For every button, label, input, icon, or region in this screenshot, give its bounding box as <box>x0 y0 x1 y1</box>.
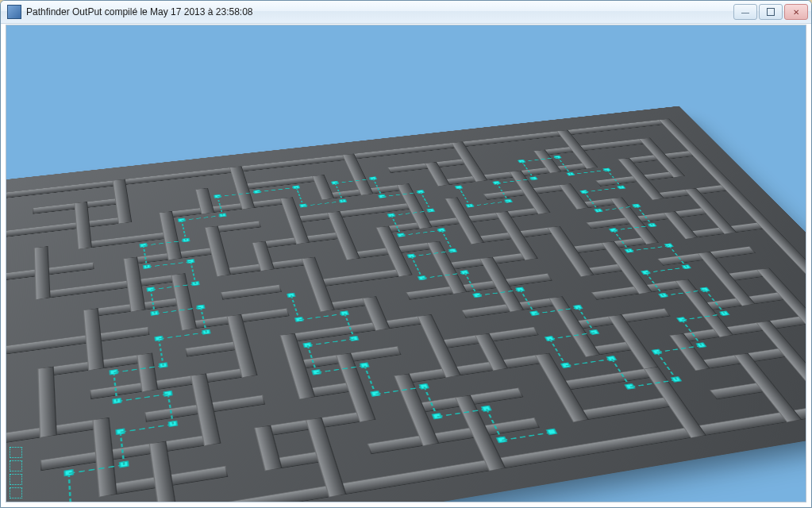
maze-wall <box>190 373 221 445</box>
maze-wall <box>733 353 802 422</box>
maze-wall <box>607 314 664 378</box>
maze-wall <box>226 314 257 378</box>
maze-wall <box>335 353 375 422</box>
corner-icons <box>10 447 22 498</box>
maze-wall <box>550 367 664 392</box>
debug-icon[interactable] <box>10 474 22 485</box>
debug-icon[interactable] <box>10 447 22 458</box>
maze-wall <box>144 395 265 422</box>
maze-wall <box>262 449 335 471</box>
maze-wall <box>406 387 523 414</box>
close-button[interactable]: ✕ <box>784 4 808 20</box>
maze-wall <box>254 410 375 437</box>
maze-wall <box>710 381 778 400</box>
viewport[interactable] <box>6 25 806 502</box>
maze-wall <box>148 441 179 502</box>
maze-wall <box>296 380 364 399</box>
maze-wall <box>580 340 645 357</box>
minimize-button[interactable]: — <box>733 4 757 20</box>
maze-wall <box>564 308 670 330</box>
window-title: Pathfinder OutPut compilé le May 17 2013… <box>26 6 733 17</box>
maze-wall <box>534 353 588 422</box>
maze-wall <box>367 418 539 454</box>
maximize-button[interactable] <box>759 4 783 20</box>
maze-wall <box>179 308 289 330</box>
title-bar[interactable]: Pathfinder OutPut compilé le May 17 2013… <box>1 1 811 24</box>
debug-icon[interactable] <box>10 487 22 498</box>
maze-wall <box>693 291 796 312</box>
maze-wall <box>669 333 710 371</box>
maze-wall <box>6 327 149 357</box>
maze-wall <box>756 321 806 385</box>
maze-wall <box>669 314 806 344</box>
maze-wall <box>40 433 221 471</box>
maze-wall <box>567 395 684 422</box>
maze-wall <box>185 340 250 357</box>
window-controls: — ✕ <box>733 4 808 20</box>
maze-wall <box>220 285 281 300</box>
maze-wall <box>254 425 282 471</box>
maze-wall <box>643 367 706 438</box>
maze-wall <box>37 367 56 438</box>
maze-wall <box>279 333 315 399</box>
maze-wall <box>305 418 346 498</box>
maze-wall <box>317 296 379 312</box>
maze-wall <box>92 418 117 498</box>
app-window: Pathfinder OutPut compilé le May 17 2013… <box>0 0 812 508</box>
maze-wall <box>474 333 507 371</box>
maze-wall <box>688 346 799 371</box>
maze-wall <box>98 466 228 498</box>
app-icon <box>7 5 21 19</box>
maze-wall <box>6 418 110 446</box>
maze-wall <box>801 360 806 385</box>
maze-wall <box>90 367 257 399</box>
maze-wall <box>83 296 191 318</box>
debug-icon[interactable] <box>10 460 22 471</box>
